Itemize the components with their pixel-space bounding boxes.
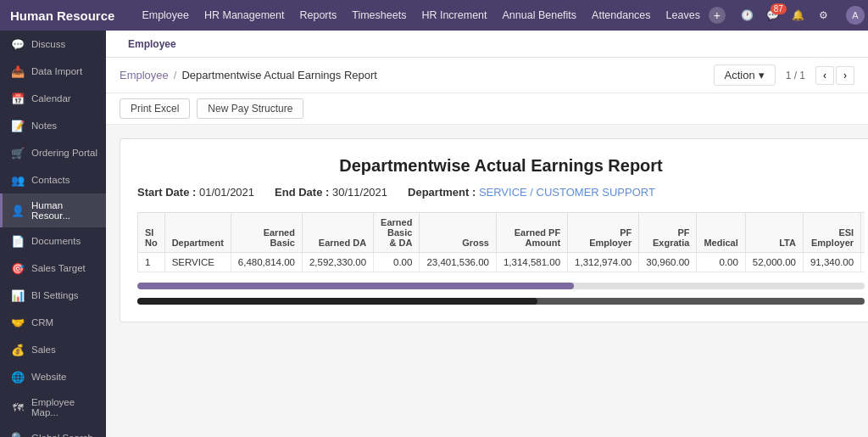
scrollbar-area-1 bbox=[137, 283, 865, 289]
website-icon: 🌐 bbox=[11, 370, 25, 384]
nav-reports[interactable]: Reports bbox=[292, 6, 343, 25]
horizontal-scrollbar[interactable] bbox=[137, 283, 865, 289]
col-earned-basic: EarnedBasic bbox=[231, 213, 302, 253]
secondary-nav: Employee bbox=[106, 31, 868, 58]
sidebar-item-website[interactable]: 🌐 Website bbox=[0, 363, 106, 390]
breadcrumb-link[interactable]: Employee bbox=[120, 69, 169, 81]
col-earned-pf: Earned PFAmount bbox=[496, 213, 567, 253]
pagination-controls: ‹ › bbox=[815, 66, 854, 85]
sec-nav-employee[interactable]: Employee bbox=[120, 35, 185, 53]
breadcrumb-separator: / bbox=[174, 69, 177, 81]
scrollbar-thumb bbox=[137, 283, 574, 289]
cell-pf-exgratia: 30,960.00 bbox=[639, 253, 697, 272]
action-button[interactable]: Action ▾ bbox=[714, 64, 776, 86]
documents-icon: 📄 bbox=[11, 234, 25, 248]
sidebar-item-sales[interactable]: 💰 Sales bbox=[0, 336, 106, 363]
col-earned-basic-da: EarnedBasic& DA bbox=[374, 213, 420, 253]
clock-icon[interactable]: 🕐 bbox=[739, 7, 756, 24]
sidebar-item-bi-settings[interactable]: 📊 BI Settings bbox=[0, 282, 106, 309]
pagination-info: 1 / 1 bbox=[786, 70, 805, 81]
content-area: Employee Employee / Departmentwise Actua… bbox=[106, 31, 868, 437]
sidebar-item-notes[interactable]: 📝 Notes bbox=[0, 112, 106, 139]
sidebar-item-data-import[interactable]: 📥 Data Import bbox=[0, 58, 106, 85]
sidebar-label-contacts: Contacts bbox=[31, 175, 70, 185]
secondary-scrollbar[interactable] bbox=[137, 298, 865, 305]
avatar: A bbox=[846, 6, 865, 25]
col-esi-employer: ESIEmployer bbox=[803, 213, 860, 253]
col-medical: Medical bbox=[697, 213, 745, 253]
global-search-icon: 🔍 bbox=[11, 431, 25, 437]
human-resource-icon: 👤 bbox=[11, 204, 25, 217]
report-container: Departmentwise Actual Earnings Report St… bbox=[106, 125, 868, 437]
page-header-right: Action ▾ 1 / 1 ‹ › bbox=[714, 64, 855, 86]
sidebar-label-data-import: Data Import bbox=[31, 66, 82, 76]
nav-annual-benefits[interactable]: Annual Benefits bbox=[496, 6, 584, 25]
nav-add-button[interactable]: + bbox=[709, 7, 726, 24]
sidebar-label-human-resource: Human Resour... bbox=[31, 200, 97, 221]
calendar-icon: 📅 bbox=[11, 92, 25, 105]
col-lta: LTA bbox=[745, 213, 803, 253]
sales-target-icon: 🎯 bbox=[11, 261, 25, 275]
cell-lta: 52,000.00 bbox=[745, 253, 803, 272]
employee-map-icon: 🗺 bbox=[11, 401, 25, 414]
brand-title: Human Resource bbox=[10, 8, 114, 23]
sidebar-item-human-resource[interactable]: 👤 Human Resour... bbox=[0, 193, 106, 227]
nav-employee[interactable]: Employee bbox=[135, 6, 196, 25]
scrollbar-area-2 bbox=[137, 298, 865, 305]
cell-earned-da: 2,592,330.00 bbox=[302, 253, 373, 272]
report-title: Departmentwise Actual Earnings Report bbox=[137, 156, 865, 176]
top-nav-right: 🕐 💬 87 🔔 ⚙ A ADMINISTRATOR ▾ bbox=[739, 4, 868, 26]
cell-sl: 1 bbox=[138, 253, 165, 272]
col-earned-da: Earned DA bbox=[302, 213, 373, 253]
discuss-icon: 💬 bbox=[11, 37, 25, 51]
data-import-icon: 📥 bbox=[11, 64, 25, 78]
sidebar-item-discuss[interactable]: 💬 Discuss bbox=[0, 31, 106, 58]
action-label: Action bbox=[725, 69, 755, 81]
nav-hr-increment[interactable]: HR Increment bbox=[415, 6, 493, 25]
sidebar-label-website: Website bbox=[31, 372, 66, 382]
cell-esi-employer: 91,340.00 bbox=[803, 253, 860, 272]
col-department: Department bbox=[164, 213, 231, 253]
new-pay-structure-button[interactable]: New Pay Structure bbox=[197, 98, 303, 119]
table-header-row: SINo Department EarnedBasic Earned DA Ea… bbox=[138, 213, 865, 253]
sidebar-label-sales-target: Sales Target bbox=[31, 263, 86, 273]
sidebar-item-ordering-portal[interactable]: 🛒 Ordering Portal bbox=[0, 139, 106, 166]
col-sl: SINo bbox=[138, 213, 165, 253]
cell-bonus-exgratia: 890,330.00 bbox=[861, 253, 865, 272]
toolbar: Print Excel New Pay Structure bbox=[106, 93, 868, 125]
chat-badge: 87 bbox=[771, 3, 787, 14]
nav-leaves[interactable]: Leaves bbox=[659, 6, 707, 25]
report-meta: Start Date : 01/01/2021 End Date : 30/11… bbox=[137, 186, 865, 199]
secondary-scrollbar-thumb bbox=[137, 298, 537, 305]
cell-earned-pf: 1,314,581.00 bbox=[496, 253, 567, 272]
sidebar-item-contacts[interactable]: 👥 Contacts bbox=[0, 166, 106, 193]
sidebar-item-calendar[interactable]: 📅 Calendar bbox=[0, 85, 106, 112]
contacts-icon: 👥 bbox=[11, 173, 25, 187]
admin-menu[interactable]: A ADMINISTRATOR ▾ bbox=[841, 4, 868, 26]
nav-attendances[interactable]: Attendances bbox=[585, 6, 658, 25]
sidebar-item-documents[interactable]: 📄 Documents bbox=[0, 227, 106, 255]
breadcrumb: Employee / Departmentwise Actual Earning… bbox=[120, 69, 377, 81]
sidebar-item-sales-target[interactable]: 🎯 Sales Target bbox=[0, 255, 106, 282]
cell-earned-basic-da: 0.00 bbox=[374, 253, 420, 272]
breadcrumb-current: Departmentwise Actual Earnings Report bbox=[181, 69, 377, 81]
settings-icon[interactable]: ⚙ bbox=[815, 7, 832, 24]
ordering-portal-icon: 🛒 bbox=[11, 146, 25, 160]
sidebar-item-global-search[interactable]: 🔍 Global Search bbox=[0, 424, 106, 437]
nav-timesheets[interactable]: Timesheets bbox=[345, 6, 413, 25]
bi-settings-icon: 📊 bbox=[11, 289, 25, 302]
prev-page-button[interactable]: ‹ bbox=[815, 66, 834, 85]
col-bonus-exgratia: BonusExgratia bbox=[861, 213, 865, 253]
earnings-table: SINo Department EarnedBasic Earned DA Ea… bbox=[137, 212, 865, 272]
col-pf-employer: PFEmployer bbox=[568, 213, 639, 253]
table-wrapper: SINo Department EarnedBasic Earned DA Ea… bbox=[137, 212, 865, 272]
sidebar-item-employee-map[interactable]: 🗺 Employee Map... bbox=[0, 390, 106, 424]
cell-gross: 23,401,536.00 bbox=[420, 253, 497, 272]
action-chevron-icon: ▾ bbox=[759, 69, 765, 81]
chat-icon[interactable]: 💬 87 bbox=[765, 7, 782, 24]
next-page-button[interactable]: › bbox=[836, 66, 854, 85]
sidebar-item-crm[interactable]: 🤝 CRM bbox=[0, 309, 106, 336]
bell-icon[interactable]: 🔔 bbox=[790, 7, 807, 24]
nav-hr-management[interactable]: HR Management bbox=[198, 6, 292, 25]
print-excel-button[interactable]: Print Excel bbox=[120, 98, 190, 119]
